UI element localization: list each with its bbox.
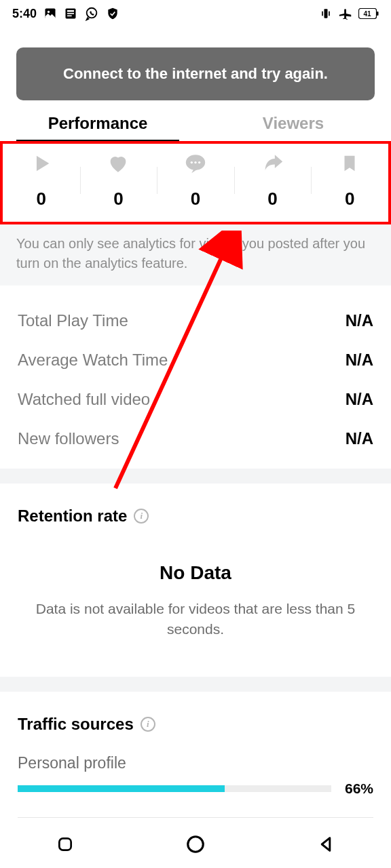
home-button[interactable] bbox=[182, 831, 209, 858]
traffic-section: Traffic sources i Personal profile 66% bbox=[0, 692, 391, 831]
info-icon[interactable]: i bbox=[134, 509, 149, 524]
traffic-percent: 66% bbox=[345, 781, 373, 797]
svg-point-1 bbox=[48, 11, 50, 13]
shield-icon bbox=[106, 7, 119, 20]
back-button[interactable] bbox=[312, 831, 339, 858]
stat-saves-value: 0 bbox=[311, 189, 388, 210]
section-gap-2 bbox=[0, 677, 391, 692]
stat-shares-value: 0 bbox=[234, 189, 312, 210]
traffic-bar-fill bbox=[18, 785, 225, 792]
stat-saves[interactable]: 0 bbox=[311, 151, 388, 210]
system-navbar bbox=[0, 821, 391, 868]
bookmark-icon bbox=[311, 151, 388, 176]
traffic-item-label: Personal profile bbox=[18, 754, 373, 772]
tabs: Performance Viewers bbox=[0, 104, 391, 141]
svg-rect-11 bbox=[377, 12, 379, 16]
heart-icon bbox=[80, 151, 157, 176]
divider bbox=[18, 817, 373, 818]
svg-rect-5 bbox=[67, 16, 72, 17]
tab-performance[interactable]: Performance bbox=[0, 104, 196, 141]
svg-point-18 bbox=[188, 837, 204, 852]
stat-comments[interactable]: 0 bbox=[157, 151, 234, 210]
metric-total-play-time: Total Play Time N/A bbox=[18, 311, 373, 330]
whatsapp-icon bbox=[84, 6, 99, 21]
header-spacer bbox=[0, 27, 391, 38]
traffic-item-personal-profile: Personal profile 66% bbox=[18, 754, 373, 797]
retention-section: Retention rate i No Data Data is not ava… bbox=[0, 484, 391, 640]
recents-button[interactable] bbox=[52, 831, 79, 858]
comment-icon bbox=[157, 151, 234, 176]
news-icon bbox=[64, 7, 77, 20]
svg-rect-7 bbox=[324, 9, 328, 18]
analytics-notice: You can only see analytics for videos yo… bbox=[0, 224, 391, 285]
svg-point-13 bbox=[191, 161, 193, 163]
traffic-bar bbox=[18, 785, 331, 792]
svg-rect-4 bbox=[67, 13, 74, 14]
stats-highlight-box: 0 0 0 0 0 bbox=[0, 141, 391, 224]
metrics-list: Total Play Time N/A Average Watch Time N… bbox=[0, 285, 391, 469]
airplane-icon bbox=[338, 6, 353, 21]
share-icon bbox=[234, 151, 312, 176]
stat-plays-value: 0 bbox=[3, 189, 80, 210]
stat-plays[interactable]: 0 bbox=[3, 151, 80, 210]
metric-new-followers: New followers N/A bbox=[18, 429, 373, 448]
retention-title: Retention rate bbox=[18, 507, 127, 526]
no-data-title: No Data bbox=[18, 562, 373, 584]
stat-shares[interactable]: 0 bbox=[234, 151, 312, 210]
clock: 5:40 bbox=[12, 7, 37, 21]
info-icon[interactable]: i bbox=[141, 717, 155, 732]
svg-point-14 bbox=[194, 161, 196, 163]
gallery-icon bbox=[43, 7, 57, 20]
svg-rect-8 bbox=[322, 12, 323, 16]
stat-likes[interactable]: 0 bbox=[80, 151, 157, 210]
no-data-text: Data is not available for videos that ar… bbox=[31, 599, 360, 640]
play-icon bbox=[3, 151, 80, 176]
svg-point-15 bbox=[198, 161, 200, 163]
status-bar: 5:40 41 bbox=[0, 0, 391, 27]
metric-watched-full: Watched full video N/A bbox=[18, 390, 373, 409]
stat-comments-value: 0 bbox=[157, 189, 234, 210]
battery-text: 41 bbox=[363, 10, 371, 18]
section-gap bbox=[0, 469, 391, 484]
svg-rect-17 bbox=[59, 838, 71, 850]
svg-rect-9 bbox=[329, 12, 330, 16]
metric-avg-watch-time: Average Watch Time N/A bbox=[18, 351, 373, 370]
vibrate-icon bbox=[319, 7, 333, 20]
svg-rect-3 bbox=[67, 10, 74, 12]
offline-banner[interactable]: Connect to the internet and try again. bbox=[16, 47, 375, 100]
traffic-title: Traffic sources bbox=[18, 715, 134, 734]
svg-point-6 bbox=[87, 8, 97, 18]
stat-likes-value: 0 bbox=[80, 189, 157, 210]
tab-viewers[interactable]: Viewers bbox=[196, 104, 391, 141]
battery-icon: 41 bbox=[358, 8, 379, 19]
